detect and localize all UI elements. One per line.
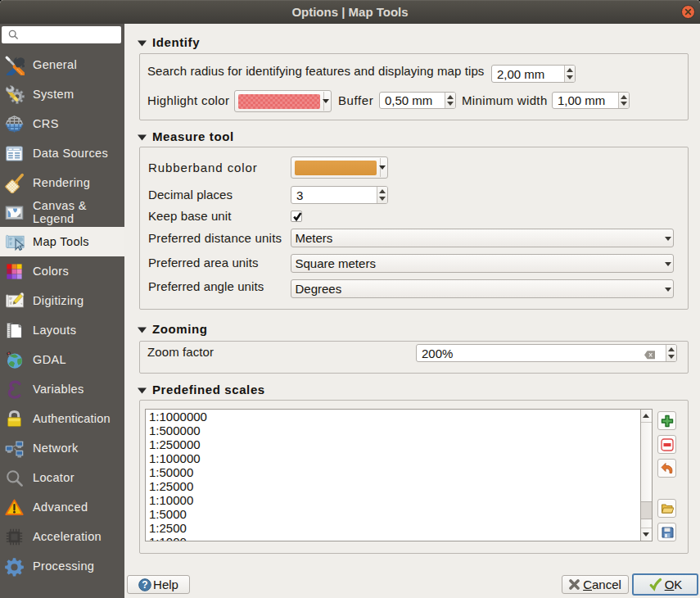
svg-text:?: ?: [142, 579, 147, 591]
